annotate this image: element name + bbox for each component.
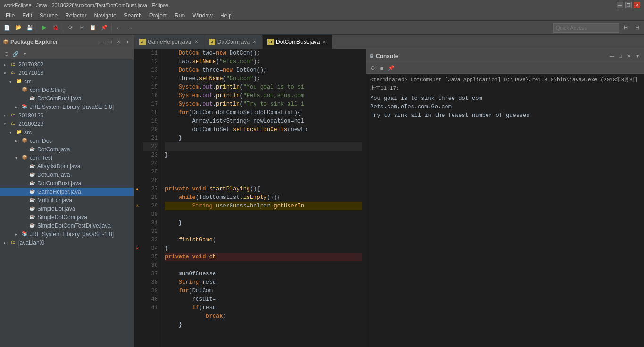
arrow-javalianxi: ▸ (4, 240, 9, 245)
new-button[interactable]: 📄 (2, 23, 12, 33)
pkg-icon-com-doc: 📦 (21, 138, 28, 144)
tree-item-dotcom-java-doc[interactable]: ☕ DotCom.java (0, 145, 134, 154)
marker-34: ✕ (134, 244, 140, 253)
pe-filter-btn[interactable]: ▾ (21, 50, 29, 58)
tree-item-com-test[interactable]: ▾ 📦 com.Test (0, 154, 134, 162)
tab-close-gamehelper[interactable]: ✕ (193, 39, 199, 45)
toolbar-btn-6[interactable]: 📌 (99, 23, 109, 33)
minimize-button[interactable]: — (617, 2, 623, 8)
label-simpledotcomtestdrive: SimpleDotComTestDrive.java (37, 223, 111, 229)
menu-file[interactable]: File (2, 11, 18, 20)
quick-access-input[interactable] (553, 23, 619, 33)
toolbar-btn-5[interactable]: 📋 (88, 23, 98, 33)
package-explorer-header: 📦 Package Explorer — □ ✕ ▾ (0, 35, 134, 49)
menu-edit[interactable]: Edit (18, 11, 36, 20)
debug-button[interactable]: 🐞 (50, 23, 61, 33)
tab-dotcom[interactable]: J DotCom.java ✕ (204, 35, 263, 49)
tree-item-jre-1[interactable]: ▸ 📚 JRE System Library [JavaSE-1.8] (0, 103, 134, 111)
menu-project[interactable]: Project (146, 11, 171, 20)
menu-refactor[interactable]: Refactor (61, 11, 90, 20)
run-button[interactable]: ▶ (39, 23, 50, 33)
pe-close-btn[interactable]: ✕ (115, 38, 123, 46)
console-status: <terminated> DotComBust [Java Applicatio… (370, 75, 640, 92)
menu-search[interactable]: Search (120, 11, 146, 20)
tree-item-20180126[interactable]: ▸ 🗂 20180126 (0, 111, 134, 120)
toolbar-sep-1 (37, 23, 37, 33)
console-maximize-btn[interactable]: □ (617, 52, 624, 60)
console-stop-btn[interactable]: ■ (378, 64, 386, 73)
code-editor[interactable]: ● ⚠ ✕ 11 (134, 49, 366, 347)
arrow-20180126: ▸ (4, 113, 9, 118)
tree-item-20180228[interactable]: ▾ 🗂 20180228 (0, 120, 134, 128)
marker-16 (134, 91, 140, 100)
tree-item-20171016-root[interactable]: ▾ 🗂 20171016 (0, 69, 134, 77)
pe-link-btn[interactable]: 🔗 (11, 50, 20, 58)
tree-item-mulititfor[interactable]: ☕ MultitiFor.java (0, 196, 134, 205)
restore-button[interactable]: ❐ (625, 2, 632, 8)
toolbar-btn-3[interactable]: ⟳ (65, 23, 75, 33)
project-icon-20180228: 🗂 (9, 121, 17, 127)
console-clear-btn[interactable]: ⊖ (368, 64, 377, 73)
arrow-com-doc: ▸ (15, 139, 21, 143)
marker-41 (134, 304, 140, 312)
tab-close-dotcom[interactable]: ✕ (252, 39, 257, 45)
tree-item-src-2[interactable]: ▾ 📁 src (0, 128, 134, 137)
editor-console-split: ● ⚠ ✕ 11 (134, 49, 644, 347)
tree-item-jre-2[interactable]: ▸ 📚 JRE System Library [JavaSE-1.8] (0, 230, 134, 239)
perspective-btn[interactable]: ⊞ (620, 23, 631, 33)
console-close-btn[interactable]: ✕ (625, 52, 633, 60)
tree-item-simpledot[interactable]: ☕ SimpleDot.java (0, 205, 134, 213)
tree-item-simpledotcom[interactable]: ☕ SimpleDotCom.java (0, 213, 134, 222)
menu-window[interactable]: Window (189, 11, 216, 20)
label-dotcom-java-doc: DotCom.java (37, 146, 70, 153)
console-title: Console (376, 53, 398, 59)
pe-menu-btn[interactable]: ▾ (124, 38, 131, 46)
console-minimize-btn[interactable]: — (608, 52, 616, 60)
project-icon-20170302: 🗂 (9, 61, 17, 68)
console-output: You goal is to sink three dot com Pets.c… (370, 94, 640, 120)
tree-item-com-dotstring[interactable]: 📦 com.DotString (0, 86, 134, 94)
menu-run[interactable]: Run (171, 11, 189, 20)
console-pin-btn[interactable]: 📌 (387, 64, 396, 73)
console-line-1: You goal is to sink three dot com (370, 94, 640, 103)
toolbar-btn-7[interactable]: ← (114, 23, 124, 33)
tree-item-javalianxi[interactable]: ▸ 🗂 javaLianXi (0, 239, 134, 247)
tree-item-dotcombust-java-test[interactable]: ☕ DotComBust.java (0, 179, 134, 188)
marker-29: ⚠ (134, 202, 140, 210)
perspective-btn-2[interactable]: ⊟ (632, 23, 642, 33)
tab-gamehelper[interactable]: J GameHelper.java ✕ (134, 35, 204, 49)
jre-icon-1: 📚 (21, 104, 28, 110)
pe-minimize-btn[interactable]: — (98, 38, 106, 46)
tab-dotcombust[interactable]: J DotComBust.java ✕ (263, 35, 332, 49)
close-button[interactable]: ✕ (634, 2, 640, 8)
arrow-src-2: ▾ (9, 130, 15, 135)
menu-help[interactable]: Help (216, 11, 236, 20)
tree-item-allaylistdom[interactable]: ☕ AllaylistDom.java (0, 162, 134, 171)
pe-maximize-btn[interactable]: □ (107, 38, 114, 46)
tree-item-20170302[interactable]: ▸ 🗂 20170302 (0, 60, 134, 69)
tab-close-dotcombust[interactable]: ✕ (322, 39, 327, 45)
menu-navigate[interactable]: Navigate (90, 11, 120, 20)
tree-item-com-doc[interactable]: ▸ 📦 com.Doc (0, 137, 134, 145)
tree-item-gamehelper[interactable]: ☕ GameHelper.java (0, 188, 134, 196)
menu-source[interactable]: Source (36, 11, 61, 20)
label-src-1: src (24, 78, 32, 85)
java-icon-dotcombust-1: ☕ (28, 95, 36, 102)
label-dotcom-test: DotCom.java (37, 172, 70, 178)
tree-item-dotcom-java-test[interactable]: ☕ DotCom.java (0, 171, 134, 179)
code-area[interactable]: DotCom two=new DotCom(); two.setName("eT… (161, 49, 366, 347)
open-button[interactable]: 📂 (13, 23, 24, 33)
marker-39 (134, 287, 140, 295)
tree-item-dotcombust-java-1[interactable]: ☕ DotComBust.java (0, 94, 134, 103)
console-menu-btn[interactable]: ▾ (634, 52, 641, 60)
console-toolbar: ⊖ ■ 📌 (366, 63, 644, 74)
console-content: <terminated> DotComBust [Java Applicatio… (366, 74, 644, 347)
label-20170302: 20170302 (18, 61, 43, 68)
tree-item-src-1[interactable]: ▾ 📁 src (0, 77, 134, 86)
toolbar-btn-4[interactable]: ✂ (76, 23, 87, 33)
save-button[interactable]: 💾 (25, 23, 35, 33)
toolbar-btn-8[interactable]: → (125, 23, 135, 33)
tree-item-simpledotcomtestdrive[interactable]: ☕ SimpleDotComTestDrive.java (0, 222, 134, 230)
marker-12 (134, 58, 140, 66)
pe-collapse-btn[interactable]: ⊖ (2, 50, 10, 58)
